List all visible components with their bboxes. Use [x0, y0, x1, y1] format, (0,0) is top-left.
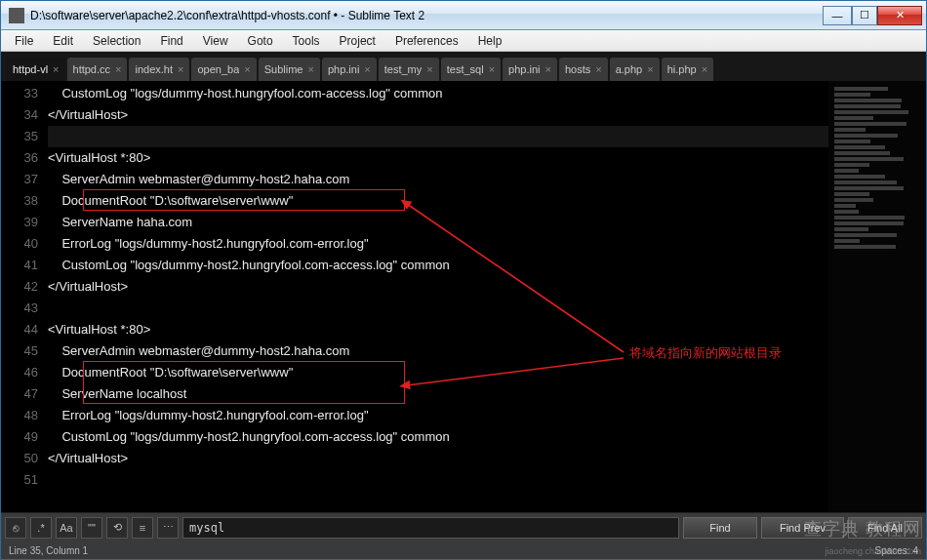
highlight-box-1: [83, 189, 405, 211]
tab-close-icon[interactable]: ×: [53, 63, 59, 75]
code-line[interactable]: CustomLog "logs/dummy-host2.hungryfool.c…: [48, 255, 828, 276]
tab-testsql[interactable]: test_sql×: [441, 58, 501, 81]
tab-close-icon[interactable]: ×: [702, 63, 707, 75]
code-view[interactable]: CustomLog "logs/dummy-host.hungryfool.co…: [48, 81, 828, 512]
tab-label: test_sql: [447, 63, 484, 75]
code-line[interactable]: [48, 126, 828, 147]
menu-find[interactable]: Find: [150, 32, 192, 50]
line-number: 41: [1, 255, 38, 276]
tab-close-icon[interactable]: ×: [489, 63, 495, 75]
code-line[interactable]: </VirtualHost>: [48, 104, 828, 126]
minimize-button[interactable]: —: [823, 6, 852, 25]
tab-httpdcc[interactable]: httpd.cc×: [67, 58, 128, 81]
tab-hosts[interactable]: hosts×: [559, 58, 608, 81]
code-line[interactable]: CustomLog "logs/dummy-host.hungryfool.co…: [48, 83, 828, 104]
code-line[interactable]: ErrorLog "logs/dummy-host2.hungryfool.co…: [48, 405, 828, 426]
find-option-2[interactable]: Aa: [56, 517, 77, 539]
tab-close-icon[interactable]: ×: [307, 63, 313, 75]
tab-close-icon[interactable]: ×: [244, 63, 250, 75]
tab-label: httpd-vl: [13, 63, 48, 75]
maximize-button[interactable]: ☐: [852, 6, 877, 25]
menu-goto[interactable]: Goto: [238, 32, 283, 50]
menu-tools[interactable]: Tools: [283, 32, 330, 50]
line-number: 43: [1, 298, 38, 319]
code-line[interactable]: <VirtualHost *:80>: [48, 147, 828, 169]
tab-label: test_my: [384, 63, 423, 75]
tab-bar: httpd-vl×httpd.cc×index.ht×open_ba×Subli…: [1, 52, 926, 81]
code-line[interactable]: </VirtualHost>: [48, 276, 828, 298]
code-line[interactable]: [48, 298, 828, 319]
code-line[interactable]: <VirtualHost *:80>: [48, 319, 828, 340]
find-option-3[interactable]: "": [81, 517, 102, 539]
code-line[interactable]: </VirtualHost>: [48, 448, 828, 469]
highlight-box-2: [83, 361, 405, 404]
find-option-1[interactable]: .*: [30, 517, 52, 539]
watermark-sub: jiaocheng.chazidian.com: [825, 546, 921, 556]
line-number: 47: [1, 383, 38, 405]
find-button[interactable]: Find: [683, 517, 757, 539]
window-controls: — ☐ ✕: [823, 6, 922, 25]
tab-httpdvl[interactable]: httpd-vl×: [7, 58, 65, 81]
code-line[interactable]: ServerName haha.com: [48, 212, 828, 233]
find-option-6[interactable]: ⋯: [157, 517, 179, 539]
menu-selection[interactable]: Selection: [83, 32, 150, 50]
line-number: 33: [1, 83, 38, 104]
code-line[interactable]: [48, 469, 828, 491]
status-position: Line 35, Column 1: [9, 545, 88, 556]
tab-label: php.ini: [508, 63, 540, 75]
line-number: 40: [1, 233, 38, 255]
menu-preferences[interactable]: Preferences: [385, 32, 468, 50]
tab-close-icon[interactable]: ×: [545, 63, 551, 75]
app-icon: [9, 8, 24, 23]
tab-label: Sublime: [264, 63, 303, 75]
close-button[interactable]: ✕: [877, 6, 922, 25]
tab-phpini[interactable]: php.ini×: [322, 58, 377, 81]
find-input[interactable]: [182, 517, 679, 539]
find-bar: ⎋.*Aa""⟲≡⋯ Find Find Prev Find All: [1, 512, 926, 541]
line-number: 42: [1, 276, 38, 298]
tab-aphp[interactable]: a.php×: [610, 58, 660, 81]
tab-label: hosts: [565, 63, 590, 75]
tab-phpini[interactable]: php.ini×: [503, 58, 557, 81]
line-number: 37: [1, 169, 38, 190]
line-number: 44: [1, 319, 38, 340]
tab-openba[interactable]: open_ba×: [191, 58, 256, 81]
tab-close-icon[interactable]: ×: [426, 63, 432, 75]
minimap[interactable]: [828, 81, 926, 512]
status-bar: Line 35, Column 1 Spaces: 4: [1, 541, 926, 559]
code-line[interactable]: ServerAdmin webmaster@dummy-host2.haha.c…: [48, 169, 828, 190]
code-line[interactable]: ErrorLog "logs/dummy-host2.hungryfool.co…: [48, 233, 828, 255]
menu-edit[interactable]: Edit: [43, 32, 83, 50]
tab-label: index.ht: [135, 63, 173, 75]
tab-label: httpd.cc: [73, 63, 111, 75]
line-number: 50: [1, 448, 38, 469]
tab-close-icon[interactable]: ×: [647, 63, 653, 75]
find-option-4[interactable]: ⟲: [106, 517, 128, 539]
tab-close-icon[interactable]: ×: [364, 63, 370, 75]
line-number: 51: [1, 469, 38, 491]
menu-view[interactable]: View: [193, 32, 238, 50]
tab-close-icon[interactable]: ×: [595, 63, 601, 75]
line-number: 36: [1, 147, 38, 169]
find-option-5[interactable]: ≡: [132, 517, 153, 539]
line-number: 46: [1, 362, 38, 383]
watermark-main: 查字典 教程网: [804, 517, 921, 540]
menu-help[interactable]: Help: [468, 32, 512, 50]
annotation-text: 将域名指向新的网站根目录: [629, 342, 782, 364]
code-line[interactable]: CustomLog "logs/dummy-host2.hungryfool.c…: [48, 426, 828, 448]
tab-label: open_ba: [197, 63, 239, 75]
titlebar[interactable]: D:\software\server\apache2.2\conf\extra\…: [1, 1, 926, 30]
tab-close-icon[interactable]: ×: [115, 63, 121, 75]
line-number: 48: [1, 405, 38, 426]
tab-testmy[interactable]: test_my×: [379, 58, 439, 81]
tab-sublime[interactable]: Sublime×: [259, 58, 320, 81]
menu-file[interactable]: File: [5, 32, 43, 50]
find-option-0[interactable]: ⎋: [5, 517, 26, 539]
tab-indexht[interactable]: index.ht×: [129, 58, 189, 81]
tab-close-icon[interactable]: ×: [178, 63, 183, 75]
line-number: 45: [1, 340, 38, 362]
app-window: D:\software\server\apache2.2\conf\extra\…: [0, 0, 927, 560]
line-number: 34: [1, 104, 38, 126]
tab-hiphp[interactable]: hi.php×: [662, 58, 713, 81]
menu-project[interactable]: Project: [330, 32, 385, 50]
